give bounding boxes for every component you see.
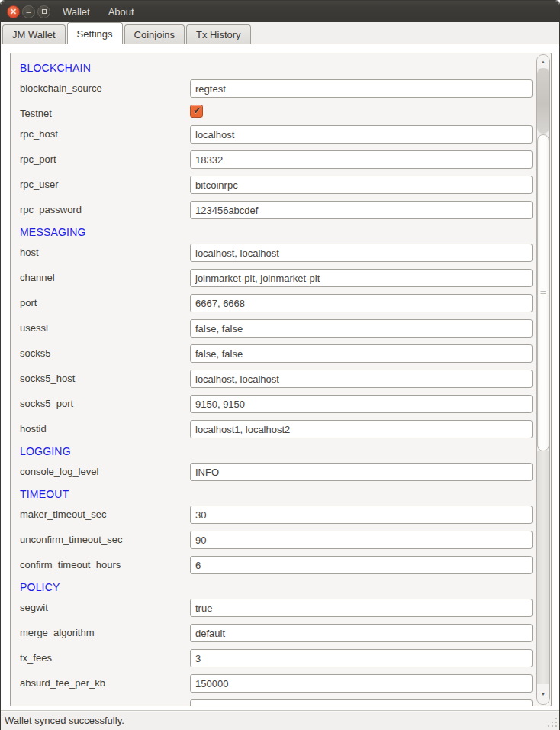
field-label-maker-timeout-sec: maker_timeout_sec <box>20 506 106 524</box>
form-row-usessl: usessl <box>20 319 535 344</box>
menu-wallet[interactable]: Wallet <box>63 6 90 18</box>
titlebar: ✕ – Wallet About <box>1 1 559 22</box>
input-console-log-level[interactable] <box>190 463 533 481</box>
field-label-rpc-port: rpc_port <box>20 150 56 169</box>
status-bar: Wallet synced successfully. <box>1 710 559 730</box>
minimize-button[interactable]: – <box>22 5 35 18</box>
scroll-down-button[interactable]: ▼ <box>537 684 549 704</box>
tab-coinjoins[interactable]: Coinjoins <box>124 24 185 44</box>
form-row-confirm-timeout-hours: confirm_timeout_hours <box>20 556 535 581</box>
checkbox-testnet[interactable]: ✔ <box>190 105 203 118</box>
status-message: Wallet synced successfully. <box>5 715 124 726</box>
settings-pane: BLOCKCHAINblockchain_sourceTestnet✔rpc_h… <box>1 44 559 710</box>
form-row-console-log-level: console_log_level <box>20 463 535 488</box>
input-merge-algorithm[interactable] <box>190 624 533 642</box>
field-label-socks5-host: socks5_host <box>20 370 75 388</box>
maximize-button[interactable] <box>37 5 50 18</box>
field-label-absurd-fee-per-kb: absurd_fee_per_kb <box>20 674 105 693</box>
down-arrow-icon: ▼ <box>541 692 546 696</box>
form-row-channel: channel <box>20 269 535 294</box>
section-header-policy: POLICY <box>20 581 535 599</box>
minimize-icon: – <box>26 8 31 16</box>
resize-grip[interactable] <box>546 717 557 728</box>
input-blockchain-source[interactable] <box>190 79 533 98</box>
form-row-host: host <box>20 244 535 269</box>
input-channel[interactable] <box>190 269 533 287</box>
form-row-socks5-host: socks5_host <box>20 370 535 395</box>
input-rpc-host[interactable] <box>190 125 533 144</box>
form-row-hostid: hostid <box>20 420 535 445</box>
field-label-socks5: socks5 <box>20 344 50 363</box>
input-maker-timeout-sec[interactable] <box>190 506 533 524</box>
scrollbar-thumb[interactable] <box>537 134 549 451</box>
input-rpc-port[interactable] <box>190 150 533 169</box>
form-row-rpc-host: rpc_host <box>20 125 535 150</box>
section-header-messaging: MESSAGING <box>20 226 535 244</box>
field-label-channel: channel <box>20 269 55 287</box>
close-icon: ✕ <box>10 8 17 16</box>
form-row-maker-timeout-sec: maker_timeout_sec <box>20 506 535 531</box>
scrollbar-track-upper[interactable] <box>537 68 549 134</box>
input-socks5-host[interactable] <box>190 370 533 388</box>
thumb-grip-icon <box>541 293 546 294</box>
field-label-rpc-password: rpc_password <box>20 201 82 219</box>
input-socks5-port[interactable] <box>190 395 533 413</box>
form-row-absurd-fee-per-kb: absurd_fee_per_kb <box>20 674 535 699</box>
form-row-blockchain-source: blockchain_source <box>20 79 535 105</box>
field-label-merge-algorithm: merge_algorithm <box>20 624 95 642</box>
form-row-unconfirm-timeout-sec: unconfirm_timeout_sec <box>20 531 535 556</box>
input-unconfirm-timeout-sec[interactable] <box>190 531 533 549</box>
up-arrow-icon: ▲ <box>541 60 546 64</box>
scrollbar-track-lower[interactable] <box>537 451 549 684</box>
tab-jm-wallet[interactable]: JM Wallet <box>2 24 66 44</box>
input-unlabeled[interactable] <box>190 699 533 706</box>
input-host[interactable] <box>190 244 533 262</box>
field-label-segwit: segwit <box>20 599 48 617</box>
input-usessl[interactable] <box>190 319 533 338</box>
app-window: ✕ – Wallet About JM Wallet Settings Coin… <box>0 0 560 730</box>
field-label-rpc-user: rpc_user <box>20 176 59 194</box>
field-label-rpc-host: rpc_host <box>20 125 58 144</box>
form-row-segwit: segwit <box>20 599 535 624</box>
settings-scroll-area: BLOCKCHAINblockchain_sourceTestnet✔rpc_h… <box>10 53 552 706</box>
input-segwit[interactable] <box>190 599 533 617</box>
input-tx-fees[interactable] <box>190 649 533 667</box>
section-header-logging: LOGGING <box>20 445 535 463</box>
tab-tx-history[interactable]: Tx History <box>186 24 251 44</box>
field-label-unconfirm-timeout-sec: unconfirm_timeout_sec <box>20 531 122 549</box>
window-buttons: ✕ – <box>1 5 50 18</box>
field-label-socks5-port: socks5_port <box>20 395 73 413</box>
form-row-rpc-port: rpc_port <box>20 150 535 176</box>
form-row-rpc-password: rpc_password <box>20 201 535 226</box>
form-row-partial <box>20 699 535 706</box>
input-rpc-user[interactable] <box>190 176 533 194</box>
maximize-icon <box>42 9 47 14</box>
section-header-timeout: TIMEOUT <box>20 488 535 506</box>
field-label-host: host <box>20 244 39 262</box>
input-absurd-fee-per-kb[interactable] <box>190 674 533 693</box>
field-label-usessl: usessl <box>20 319 48 338</box>
input-rpc-password[interactable] <box>190 201 533 219</box>
menubar: Wallet About <box>63 6 134 18</box>
scroll-up-button[interactable]: ▲ <box>537 55 549 68</box>
form-row-socks5: socks5 <box>20 344 535 370</box>
form-row-port: port <box>20 294 535 319</box>
field-label-hostid: hostid <box>20 420 47 438</box>
field-label-port: port <box>20 294 37 312</box>
menu-about[interactable]: About <box>108 6 134 18</box>
vertical-scrollbar[interactable]: ▲ ▼ <box>536 54 550 705</box>
tab-settings[interactable]: Settings <box>67 22 123 44</box>
input-hostid[interactable] <box>190 420 533 438</box>
field-label-console-log-level: console_log_level <box>20 463 98 481</box>
field-label-tx-fees: tx_fees <box>20 649 52 667</box>
input-confirm-timeout-hours[interactable] <box>190 556 533 574</box>
close-button[interactable]: ✕ <box>7 5 20 18</box>
checkmark-icon: ✔ <box>193 105 201 115</box>
input-socks5[interactable] <box>190 344 533 363</box>
section-header-blockchain: BLOCKCHAIN <box>20 62 535 79</box>
tab-bar: JM Wallet Settings Coinjoins Tx History <box>1 22 559 44</box>
form-row-testnet: Testnet✔ <box>20 105 535 125</box>
form-row-merge-algorithm: merge_algorithm <box>20 624 535 649</box>
input-port[interactable] <box>190 294 533 312</box>
settings-form: BLOCKCHAINblockchain_sourceTestnet✔rpc_h… <box>11 53 535 706</box>
